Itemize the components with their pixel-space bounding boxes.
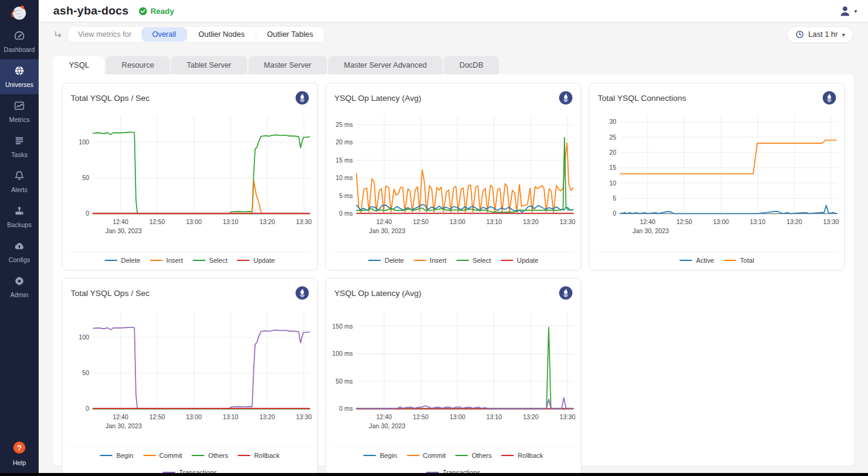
chart-plot[interactable]: 12:40Jan 30, 202312:5013:0013:1013:2013:… (64, 303, 316, 445)
sidebar-item-label: Help (13, 459, 26, 466)
svg-text:12:40: 12:40 (376, 219, 392, 225)
tab-master-server-advanced[interactable]: Master Server Advanced (328, 56, 442, 74)
svg-text:12:50: 12:50 (676, 219, 692, 225)
svg-text:0: 0 (613, 210, 617, 217)
chart-plot[interactable]: 12:40Jan 30, 202312:5013:0013:1013:2013:… (328, 303, 579, 445)
sidebar-item-tasks[interactable]: Tasks (0, 129, 39, 164)
sidebar-item-dashboard[interactable]: Dashboard (0, 24, 39, 59)
check-circle-icon (138, 7, 147, 16)
legend-item-commit[interactable]: Commit (143, 452, 183, 459)
legend-swatch (407, 455, 419, 457)
view-metrics-label: View metrics for (68, 30, 141, 39)
svg-text:13:00: 13:00 (450, 219, 465, 225)
metric-tabs: YSQLResourceTablet ServerMaster ServerMa… (53, 56, 853, 74)
svg-text:13:20: 13:20 (786, 219, 802, 225)
chart-plot[interactable]: 12:40Jan 30, 202312:5013:0013:1013:2013:… (328, 108, 579, 250)
legend-swatch (100, 455, 112, 457)
legend-item-others[interactable]: Others (192, 452, 228, 459)
help-icon: ? (12, 440, 27, 457)
app-root: Dashboard Universes Metrics Tasks Alerts… (0, 0, 868, 476)
svg-text:50: 50 (82, 370, 89, 376)
legend-item-delete[interactable]: Delete (368, 257, 404, 264)
legend-item-begin[interactable]: Begin (363, 452, 397, 459)
svg-text:13:30: 13:30 (296, 219, 312, 225)
prometheus-icon[interactable] (559, 91, 572, 105)
chevron-down-icon: ▾ (854, 8, 857, 14)
tab-master-server[interactable]: Master Server (248, 56, 328, 74)
legend-item-rollback[interactable]: Rollback (501, 452, 543, 459)
legend-item-insert[interactable]: Insert (413, 257, 447, 264)
legend-swatch (192, 455, 204, 457)
sidebar-item-label: Admin (10, 291, 28, 298)
svg-text:30: 30 (609, 118, 617, 125)
sidebar: Dashboard Universes Metrics Tasks Alerts… (0, 0, 39, 476)
app-logo[interactable] (0, 0, 39, 24)
legend-swatch (150, 260, 163, 262)
chart-title: YSQL Op Latency (Avg) (334, 289, 421, 298)
status-badge: Ready (138, 7, 174, 16)
legend-item-delete[interactable]: Delete (105, 257, 140, 264)
chart-plot[interactable]: 12:40Jan 30, 202312:5013:0013:1013:2013:… (64, 108, 316, 250)
scope-tab-outlier-tables[interactable]: Outlier Tables (256, 27, 324, 42)
user-icon (838, 5, 852, 17)
sidebar-item-admin[interactable]: Admin (0, 269, 39, 304)
svg-text:0: 0 (86, 210, 89, 217)
tab-ysql[interactable]: YSQL (53, 56, 105, 74)
legend-item-total[interactable]: Total (724, 257, 754, 264)
legend-swatch (456, 260, 469, 262)
time-range-button[interactable]: Last 1 hr ▾ (787, 27, 853, 43)
svg-text:?: ? (17, 443, 22, 452)
svg-text:13:30: 13:30 (296, 414, 312, 420)
sidebar-item-label: Backups (7, 221, 31, 228)
metrics-scope-row: View metrics for OverallOutlier NodesOut… (53, 26, 853, 43)
prometheus-icon[interactable] (296, 286, 309, 300)
legend-item-rollback[interactable]: Rollback (238, 452, 279, 459)
sidebar-item-backups[interactable]: Backups (0, 199, 39, 234)
tab-resource[interactable]: Resource (106, 56, 170, 74)
svg-text:10 ms: 10 ms (335, 175, 352, 181)
chart-legend: DeleteInsertSelectUpdate (70, 251, 310, 270)
sidebar-item-alerts[interactable]: Alerts (0, 164, 39, 199)
svg-text:Jan 30, 2023: Jan 30, 2023 (633, 228, 669, 234)
scope-tab-outlier-nodes[interactable]: Outlier Nodes (187, 27, 255, 42)
universe-globe-icon (13, 65, 25, 79)
legend-item-update[interactable]: Update (500, 257, 538, 264)
svg-text:13:00: 13:00 (186, 219, 202, 225)
sidebar-item-label: Alerts (11, 186, 28, 193)
legend-item-update[interactable]: Update (237, 257, 274, 264)
svg-text:150 ms: 150 ms (332, 323, 353, 330)
sidebar-item-label: Dashboard (4, 46, 34, 53)
legend-item-select[interactable]: Select (456, 257, 491, 264)
sidebar-item-universes[interactable]: Universes (0, 59, 39, 94)
legend-item-select[interactable]: Select (193, 257, 228, 264)
admin-gear-icon (13, 275, 25, 289)
svg-text:15 ms: 15 ms (335, 157, 352, 164)
svg-text:Jan 30, 2023: Jan 30, 2023 (369, 228, 406, 234)
legend-item-insert[interactable]: Insert (150, 257, 183, 264)
subdirectory-arrow-icon (53, 30, 63, 39)
prometheus-icon[interactable] (296, 91, 309, 105)
user-menu[interactable]: ▾ (838, 5, 857, 17)
svg-text:13:10: 13:10 (486, 414, 502, 420)
tab-docdb[interactable]: DocDB (444, 56, 499, 74)
alerts-bell-icon (13, 170, 25, 184)
legend-item-active[interactable]: Active (679, 257, 714, 264)
svg-text:12:50: 12:50 (149, 414, 165, 420)
prometheus-icon[interactable] (823, 91, 836, 105)
sidebar-item-metrics[interactable]: Metrics (0, 94, 39, 129)
scope-tab-overall[interactable]: Overall (141, 27, 187, 42)
tab-tablet-server[interactable]: Tablet Server (171, 56, 247, 74)
sidebar-item-help[interactable]: ? Help (0, 434, 39, 476)
prometheus-icon[interactable] (559, 286, 572, 300)
sidebar-item-label: Configs (8, 256, 30, 263)
legend-item-commit[interactable]: Commit (407, 452, 446, 459)
chart-plot[interactable]: 12:40Jan 30, 202312:5013:0013:1013:2013:… (591, 108, 843, 250)
legend-item-others[interactable]: Others (455, 452, 491, 459)
sidebar-item-configs[interactable]: Configs (0, 234, 39, 269)
svg-text:25: 25 (609, 134, 617, 141)
svg-text:20: 20 (609, 149, 617, 156)
legend-item-begin[interactable]: Begin (100, 452, 133, 459)
svg-text:13:00: 13:00 (186, 414, 202, 420)
svg-text:13:30: 13:30 (560, 219, 575, 225)
configs-cloud-icon (13, 240, 25, 254)
